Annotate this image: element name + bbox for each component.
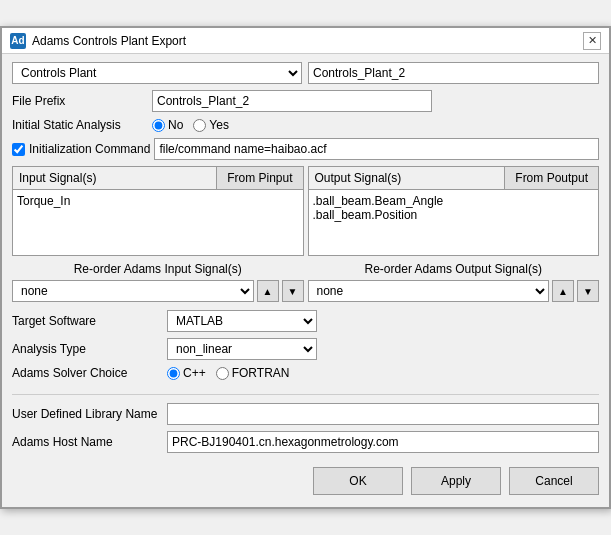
reorder-output-select[interactable]: none xyxy=(308,280,550,302)
user-lib-row: User Defined Library Name xyxy=(12,403,599,425)
solver-label: Adams Solver Choice xyxy=(12,366,167,380)
user-lib-label: User Defined Library Name xyxy=(12,407,167,421)
initial-static-label: Initial Static Analysis xyxy=(12,118,152,132)
apply-button[interactable]: Apply xyxy=(411,467,501,495)
reorder-input-up-button[interactable]: ▲ xyxy=(257,280,279,302)
button-row: OK Apply Cancel xyxy=(12,463,599,499)
ok-button[interactable]: OK xyxy=(313,467,403,495)
radio-fortran-label: FORTRAN xyxy=(216,366,290,380)
analysis-type-select[interactable]: non_linear linear xyxy=(167,338,317,360)
solver-row: Adams Solver Choice C++ FORTRAN xyxy=(12,366,599,380)
output-signals-label: Output Signal(s) xyxy=(309,169,505,187)
input-signals-content: Torque_In xyxy=(17,194,70,208)
main-window: Ad Adams Controls Plant Export ✕ Control… xyxy=(0,26,611,509)
output-signals-content: .ball_beam.Beam_Angle.ball_beam.Position xyxy=(313,194,444,222)
title-bar: Ad Adams Controls Plant Export ✕ xyxy=(2,28,609,54)
reorder-output-controls: none ▲ ▼ xyxy=(308,280,600,302)
init-cmd-checkbox[interactable] xyxy=(12,143,25,156)
reorder-output-panel: Re-order Adams Output Signal(s) none ▲ ▼ xyxy=(308,262,600,302)
init-cmd-row: Initialization Command xyxy=(12,138,599,160)
output-signals-body: .ball_beam.Beam_Angle.ball_beam.Position xyxy=(309,190,599,255)
host-name-input[interactable] xyxy=(167,431,599,453)
output-signals-header: Output Signal(s) From Poutput xyxy=(309,167,599,190)
init-cmd-input[interactable] xyxy=(154,138,599,160)
input-signals-header: Input Signal(s) From Pinput xyxy=(13,167,303,190)
from-pinput-button[interactable]: From Pinput xyxy=(216,167,302,189)
analysis-type-label: Analysis Type xyxy=(12,342,167,356)
app-icon: Ad xyxy=(10,33,26,49)
reorder-section: Re-order Adams Input Signal(s) none ▲ ▼ … xyxy=(12,262,599,302)
radio-cpp[interactable] xyxy=(167,367,180,380)
solver-radio-group: C++ FORTRAN xyxy=(167,366,289,380)
target-software-label: Target Software xyxy=(12,314,167,328)
radio-cpp-label: C++ xyxy=(167,366,206,380)
radio-yes-label: Yes xyxy=(193,118,229,132)
host-row: Adams Host Name xyxy=(12,431,599,453)
plant-name-input[interactable] xyxy=(308,62,599,84)
cancel-button[interactable]: Cancel xyxy=(509,467,599,495)
reorder-input-panel: Re-order Adams Input Signal(s) none ▲ ▼ xyxy=(12,262,304,302)
init-cmd-label: Initialization Command xyxy=(29,142,150,156)
host-label: Adams Host Name xyxy=(12,435,167,449)
radio-no[interactable] xyxy=(152,119,165,132)
divider xyxy=(12,394,599,395)
reorder-input-controls: none ▲ ▼ xyxy=(12,280,304,302)
input-signals-label: Input Signal(s) xyxy=(13,169,216,187)
from-poutput-button[interactable]: From Poutput xyxy=(504,167,598,189)
reorder-input-down-button[interactable]: ▼ xyxy=(282,280,304,302)
initial-static-row: Initial Static Analysis No Yes xyxy=(12,118,599,132)
target-software-row: Target Software MATLAB EASY5 SIMULINK xyxy=(12,310,599,332)
file-prefix-input[interactable] xyxy=(152,90,432,112)
file-prefix-row: File Prefix xyxy=(12,90,599,112)
output-signals-panel: Output Signal(s) From Poutput .ball_beam… xyxy=(308,166,600,256)
analysis-type-row: Analysis Type non_linear linear xyxy=(12,338,599,360)
reorder-input-select[interactable]: none xyxy=(12,280,254,302)
reorder-output-label: Re-order Adams Output Signal(s) xyxy=(308,262,600,276)
input-signals-panel: Input Signal(s) From Pinput Torque_In xyxy=(12,166,304,256)
reorder-output-up-button[interactable]: ▲ xyxy=(552,280,574,302)
radio-yes[interactable] xyxy=(193,119,206,132)
reorder-input-label: Re-order Adams Input Signal(s) xyxy=(12,262,304,276)
target-software-select[interactable]: MATLAB EASY5 SIMULINK xyxy=(167,310,317,332)
file-prefix-label: File Prefix xyxy=(12,94,152,108)
static-radio-group: No Yes xyxy=(152,118,229,132)
radio-fortran[interactable] xyxy=(216,367,229,380)
controls-plant-dropdown[interactable]: Controls Plant xyxy=(12,62,302,84)
window-title: Adams Controls Plant Export xyxy=(32,34,186,48)
signals-section: Input Signal(s) From Pinput Torque_In Ou… xyxy=(12,166,599,256)
dialog-content: Controls Plant File Prefix Initial Stati… xyxy=(2,54,609,507)
radio-no-label: No xyxy=(152,118,183,132)
input-signals-body: Torque_In xyxy=(13,190,303,255)
user-lib-input[interactable] xyxy=(167,403,599,425)
reorder-output-down-button[interactable]: ▼ xyxy=(577,280,599,302)
plant-row: Controls Plant xyxy=(12,62,599,84)
close-button[interactable]: ✕ xyxy=(583,32,601,50)
title-bar-left: Ad Adams Controls Plant Export xyxy=(10,33,186,49)
